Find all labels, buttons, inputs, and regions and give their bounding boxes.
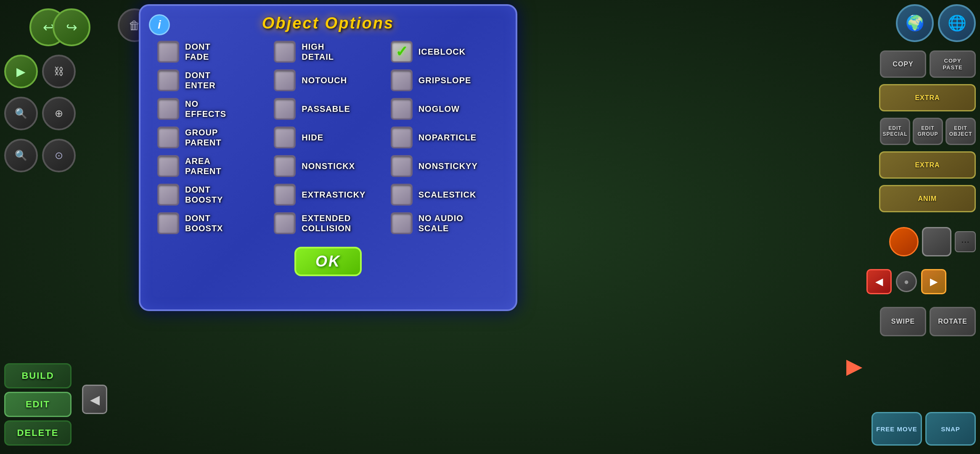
- checkbox-nonsticky[interactable]: [391, 155, 413, 177]
- option-dont-boosty[interactable]: Dont BoostY: [157, 184, 265, 206]
- ok-button[interactable]: OK: [294, 247, 362, 276]
- globe-icon-2[interactable]: 🌐: [938, 4, 976, 42]
- label-extended-collision: Extended Collision: [302, 213, 351, 233]
- snap-button[interactable]: SNAP: [925, 412, 976, 446]
- edit-object-button[interactable]: EDITOBJECT: [946, 118, 976, 145]
- play-button[interactable]: ▶: [4, 55, 38, 88]
- checkbox-gripslope[interactable]: [391, 69, 413, 91]
- label-notouch: NoTouch: [302, 75, 347, 85]
- checkbox-passable[interactable]: [274, 98, 296, 120]
- settings-button[interactable]: ⊙: [42, 139, 76, 172]
- nav-center: ●: [896, 271, 917, 292]
- options-grid: Dont FadeHigh Detail✓IceBlockDont EnterN…: [153, 41, 503, 234]
- color-picker-2[interactable]: [922, 227, 951, 256]
- edit-group-button[interactable]: EDITGROUP: [913, 118, 943, 145]
- extra1-button[interactable]: EXTRA: [879, 84, 976, 111]
- checkbox-dont-boosty[interactable]: [157, 184, 179, 206]
- checkbox-dont-fade[interactable]: [157, 41, 179, 63]
- checkbox-group-parent[interactable]: [157, 127, 179, 148]
- checkbox-scalestick[interactable]: [391, 184, 413, 206]
- checkbox-noglow[interactable]: [391, 98, 413, 120]
- checkbox-notouch[interactable]: [274, 69, 296, 91]
- checkbox-hide[interactable]: [274, 127, 296, 148]
- label-gripslope: GripSlope: [418, 75, 471, 85]
- right-sidebar: 🌍 🌐 COPY COPYPASTE EXTRA EDITSPECIAL EDI…: [871, 0, 980, 454]
- label-dont-boosty: Dont BoostY: [185, 185, 223, 205]
- option-area-parent[interactable]: Area Parent: [157, 155, 265, 177]
- checkbox-dont-boostx[interactable]: [157, 212, 179, 234]
- option-group-parent[interactable]: Group Parent: [157, 127, 265, 148]
- option-noglow[interactable]: NoGlow: [391, 98, 499, 120]
- label-no-audio-scale: No Audio Scale: [418, 213, 464, 233]
- checkbox-dont-enter[interactable]: [157, 69, 179, 91]
- label-dont-enter: Dont Enter: [185, 70, 216, 90]
- label-passable: Passable: [302, 104, 350, 114]
- option-dont-enter[interactable]: Dont Enter: [157, 69, 265, 91]
- label-no-effects: No Effects: [185, 99, 226, 119]
- option-hide[interactable]: Hide: [274, 127, 382, 148]
- extra2-button[interactable]: EXTRA: [879, 151, 976, 179]
- option-passable[interactable]: Passable: [274, 98, 382, 120]
- nav-arrow-right[interactable]: ▶: [921, 269, 946, 294]
- search-button[interactable]: 🔍: [4, 139, 38, 172]
- dialog-title: Object Options: [153, 14, 503, 32]
- swipe-button[interactable]: SWIPE: [880, 307, 926, 336]
- info-icon[interactable]: i: [149, 14, 170, 35]
- label-group-parent: Group Parent: [185, 127, 222, 148]
- checkbox-noparticle[interactable]: [391, 127, 413, 148]
- rotate-button[interactable]: ROTATE: [930, 307, 976, 336]
- checkbox-high-detail[interactable]: [274, 41, 296, 63]
- label-extrasticky: ExtraSticky: [302, 190, 366, 200]
- option-dont-fade[interactable]: Dont Fade: [157, 41, 265, 63]
- checkbox-extrasticky[interactable]: [274, 184, 296, 206]
- option-iceblock[interactable]: ✓IceBlock: [391, 41, 499, 63]
- option-nonstickx[interactable]: NonStickX: [274, 155, 382, 177]
- checkbox-iceblock[interactable]: ✓: [391, 41, 413, 63]
- label-scalestick: ScaleStick: [418, 190, 477, 200]
- option-gripslope[interactable]: GripSlope: [391, 69, 499, 91]
- option-scalestick[interactable]: ScaleStick: [391, 184, 499, 206]
- option-extended-collision[interactable]: Extended Collision: [274, 212, 382, 234]
- globe-icon-1[interactable]: 🌍: [896, 4, 934, 42]
- edit-button[interactable]: EDIT: [4, 392, 72, 417]
- checkbox-area-parent[interactable]: [157, 155, 179, 177]
- edit-special-button[interactable]: EDITSPECIAL: [880, 118, 910, 145]
- color-options[interactable]: ⋯: [955, 231, 976, 252]
- label-iceblock: IceBlock: [418, 47, 466, 57]
- bottom-left-nav: BUILD EDIT DELETE: [4, 363, 72, 446]
- checkbox-extended-collision[interactable]: [274, 212, 296, 234]
- label-noglow: NoGlow: [418, 104, 460, 114]
- checkbox-no-effects[interactable]: [157, 98, 179, 120]
- zoom-in-button[interactable]: ⊕: [42, 97, 76, 130]
- label-noparticle: NoParticle: [418, 132, 477, 143]
- link-button[interactable]: ⛓: [42, 55, 76, 88]
- option-no-audio-scale[interactable]: No Audio Scale: [391, 212, 499, 234]
- checkbox-nonstickx[interactable]: [274, 155, 296, 177]
- option-noparticle[interactable]: NoParticle: [391, 127, 499, 148]
- zoom-out-button[interactable]: 🔍: [4, 97, 38, 130]
- copy-button[interactable]: COPY: [880, 50, 926, 78]
- option-notouch[interactable]: NoTouch: [274, 69, 382, 91]
- nav-arrow-left[interactable]: ◀: [866, 269, 892, 294]
- option-high-detail[interactable]: High Detail: [274, 41, 382, 63]
- arrow-left-button[interactable]: ◀: [82, 385, 107, 414]
- copy-paste-button[interactable]: COPYPASTE: [930, 50, 976, 78]
- label-dont-fade: Dont Fade: [185, 42, 211, 62]
- option-no-effects[interactable]: No Effects: [157, 98, 265, 120]
- label-nonsticky: NonStickyY: [418, 161, 478, 171]
- delete-button[interactable]: DELETE: [4, 420, 72, 446]
- label-hide: Hide: [302, 132, 323, 143]
- free-move-button[interactable]: FREE MOVE: [871, 412, 922, 446]
- label-nonstickx: NonStickX: [302, 161, 355, 171]
- redo-button[interactable]: ↪: [53, 8, 90, 46]
- color-picker-1[interactable]: [889, 227, 919, 256]
- option-nonsticky[interactable]: NonStickyY: [391, 155, 499, 177]
- object-options-dialog: i Object Options Dont FadeHigh Detail✓Ic…: [139, 4, 517, 311]
- big-arrow-right[interactable]: ▶: [846, 354, 862, 378]
- label-area-parent: Area Parent: [185, 156, 222, 176]
- option-extrasticky[interactable]: ExtraSticky: [274, 184, 382, 206]
- anim-button[interactable]: ANIM: [879, 185, 976, 212]
- option-dont-boostx[interactable]: Dont BoostX: [157, 212, 265, 234]
- build-button[interactable]: BUILD: [4, 363, 72, 388]
- checkbox-no-audio-scale[interactable]: [391, 212, 413, 234]
